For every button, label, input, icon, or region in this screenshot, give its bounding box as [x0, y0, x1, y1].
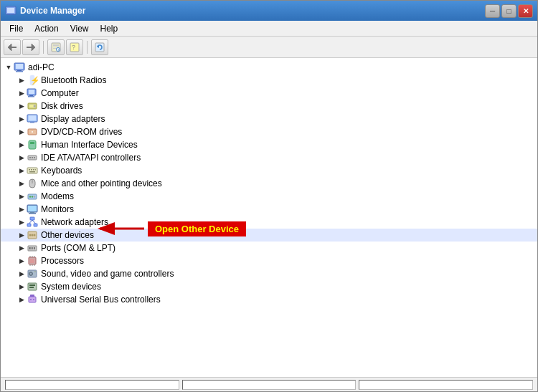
svg-rect-58	[30, 212, 34, 213]
ports-icon	[27, 242, 38, 254]
tree-item-mice[interactable]: Mice and other pointing devices	[1, 177, 537, 190]
menu-help[interactable]: Help	[95, 22, 124, 35]
tree-item-display[interactable]: Display adapters	[1, 113, 537, 125]
menu-file[interactable]: File	[4, 22, 29, 35]
usb-expand[interactable]	[16, 295, 27, 305]
computer-icon-2	[27, 87, 38, 99]
svg-rect-91	[30, 295, 34, 297]
dvd-expand[interactable]	[16, 127, 27, 137]
close-button[interactable]: ✕	[518, 4, 533, 18]
tree-item-hid[interactable]: Human Interface Devices	[1, 138, 537, 151]
status-bar	[1, 377, 537, 391]
status-section-3	[359, 380, 533, 390]
tree-item-ports[interactable]: Ports (COM & LPT)	[1, 242, 537, 254]
svg-rect-46	[33, 169, 34, 171]
tree-root[interactable]: adi-PC	[1, 61, 537, 74]
scan-button[interactable]	[91, 39, 108, 55]
tree-item-other[interactable]: Other devices	[1, 229, 537, 242]
tree-item-bluetooth[interactable]: ⚡ Bluetooth Radios	[1, 74, 537, 87]
processors-expand[interactable]	[16, 256, 27, 266]
svg-point-54	[32, 196, 33, 197]
ports-expand[interactable]	[16, 243, 27, 253]
root-expand-arrow[interactable]	[4, 62, 14, 72]
svg-point-86	[34, 271, 36, 272]
svg-rect-1	[7, 8, 14, 13]
display-expand[interactable]	[16, 114, 27, 124]
svg-point-30	[34, 105, 36, 107]
svg-point-36	[32, 131, 33, 133]
sound-label: Sound, video and game controllers	[41, 269, 174, 279]
disk-icon	[27, 100, 38, 112]
monitors-expand[interactable]	[16, 204, 27, 214]
properties-button[interactable]: ?	[47, 39, 65, 55]
content-area: adi-PC ⚡ Bluetooth Radios	[1, 58, 537, 377]
tree-item-network[interactable]: Network adapters	[1, 216, 537, 229]
svg-rect-76	[30, 259, 34, 263]
toolbar-separator-2	[87, 41, 88, 54]
network-label: Network adapters	[41, 217, 108, 227]
tree-item-keyboards[interactable]: Keyboards	[1, 164, 537, 177]
back-button[interactable]	[4, 39, 21, 55]
svg-rect-26	[29, 95, 33, 96]
bluetooth-expand[interactable]	[16, 75, 27, 85]
ide-icon	[27, 152, 38, 163]
other-expand[interactable]	[16, 230, 27, 240]
svg-rect-37	[29, 140, 36, 149]
tree-item-dvd[interactable]: DVD/CD-ROM drives	[1, 125, 537, 138]
menu-action[interactable]: Action	[29, 22, 64, 35]
title-buttons: ─ □ ✕	[485, 4, 533, 18]
keyboards-expand[interactable]	[16, 166, 27, 176]
usb-icon	[27, 294, 38, 305]
mice-expand[interactable]	[16, 178, 27, 188]
svg-rect-32	[29, 115, 36, 120]
modems-label: Modems	[41, 191, 74, 201]
sound-expand[interactable]	[16, 269, 27, 279]
minimize-button[interactable]: ─	[485, 4, 500, 18]
device-manager-window: Device Manager ─ □ ✕ File Action View He…	[0, 0, 538, 392]
tree-item-usb[interactable]: Universal Serial Bus controllers	[1, 293, 537, 306]
tree-item-computer[interactable]: Computer	[1, 87, 537, 100]
svg-point-66	[29, 234, 32, 236]
svg-point-67	[32, 234, 34, 236]
window-icon	[5, 5, 16, 16]
maximize-button[interactable]: □	[501, 4, 516, 18]
forward-button[interactable]	[22, 39, 39, 55]
svg-rect-40	[29, 157, 31, 158]
help-button[interactable]: ?	[66, 39, 83, 55]
svg-point-68	[34, 234, 36, 236]
root-label: adi-PC	[28, 62, 55, 72]
hid-icon	[27, 139, 38, 150]
monitors-label: Monitors	[41, 204, 74, 214]
svg-point-53	[29, 196, 31, 197]
svg-rect-59	[29, 213, 36, 214]
tree-item-processors[interactable]: Processors	[1, 254, 537, 267]
svg-rect-74	[34, 247, 35, 249]
bluetooth-icon: ⚡	[27, 75, 38, 86]
svg-text:?: ?	[72, 44, 75, 51]
ide-expand[interactable]	[16, 153, 27, 163]
hid-expand[interactable]	[16, 140, 27, 150]
tree-item-disk[interactable]: Disk drives	[1, 100, 537, 113]
network-expand[interactable]	[16, 217, 27, 227]
tree-item-modems[interactable]: Modems	[1, 190, 537, 203]
svg-line-63	[29, 220, 33, 224]
tree-item-system[interactable]: System devices	[1, 280, 537, 293]
svg-rect-27	[28, 96, 34, 97]
svg-rect-9	[53, 44, 59, 46]
modems-expand[interactable]	[16, 191, 27, 201]
menu-view[interactable]: View	[65, 22, 95, 35]
ports-label: Ports (COM & LPT)	[41, 243, 115, 253]
mouse-icon	[27, 178, 38, 189]
tree-item-monitors[interactable]: Monitors	[1, 203, 537, 216]
hid-label: Human Interface Devices	[41, 140, 138, 150]
system-icon	[27, 281, 38, 292]
svg-rect-16	[95, 43, 104, 52]
status-section-1	[5, 380, 179, 390]
tree-item-sound[interactable]: Sound, video and game controllers	[1, 267, 537, 280]
computer-expand[interactable]	[16, 88, 27, 98]
system-expand[interactable]	[16, 282, 27, 292]
tree-item-ide[interactable]: IDE ATA/ATAPI controllers	[1, 151, 537, 164]
device-tree[interactable]: adi-PC ⚡ Bluetooth Radios	[1, 58, 537, 377]
svg-rect-89	[29, 287, 34, 288]
disk-expand[interactable]	[16, 101, 27, 111]
